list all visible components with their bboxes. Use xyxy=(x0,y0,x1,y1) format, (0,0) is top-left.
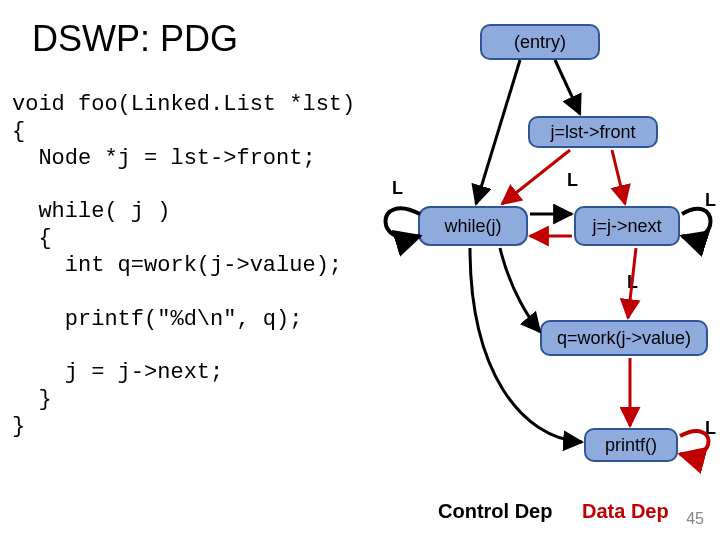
legend: Control Dep Data Dep xyxy=(438,500,669,523)
node-next: j=j->next xyxy=(574,206,680,246)
label-L5: L xyxy=(705,418,716,439)
node-entry: (entry) xyxy=(480,24,600,60)
page-title: DSWP: PDG xyxy=(32,18,238,60)
label-L3: L xyxy=(705,190,716,211)
label-L1: L xyxy=(392,178,403,199)
legend-control: Control Dep xyxy=(438,500,552,522)
node-printf: printf() xyxy=(584,428,678,462)
page-number: 45 xyxy=(686,510,704,528)
node-work: q=work(j->value) xyxy=(540,320,708,356)
node-while: while(j) xyxy=(418,206,528,246)
legend-data: Data Dep xyxy=(582,500,669,522)
code-listing: void foo(Linked.List *lst) { Node *j = l… xyxy=(12,92,355,441)
label-L2: L xyxy=(567,170,578,191)
label-L4: L xyxy=(627,272,638,293)
node-init: j=lst->front xyxy=(528,116,658,148)
